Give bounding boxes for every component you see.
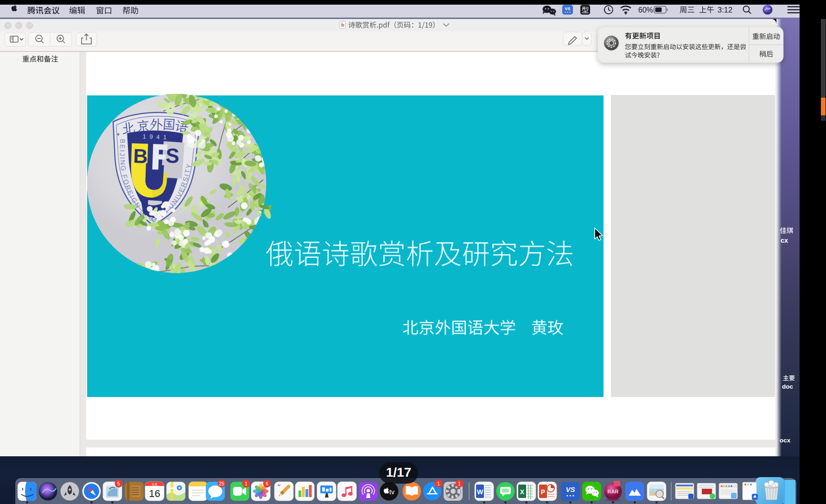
svg-text:ocx: ocx	[780, 437, 791, 444]
svg-text:doc: doc	[782, 383, 793, 390]
svg-text:5: 5	[117, 481, 120, 486]
svg-text:3:12: 3:12	[718, 6, 732, 14]
svg-text:1: 1	[437, 481, 440, 486]
svg-text:1/17: 1/17	[386, 465, 412, 479]
svg-text:cx: cx	[781, 237, 788, 244]
svg-text:P: P	[541, 488, 545, 496]
svg-text:VS: VS	[565, 485, 575, 493]
svg-text:X: X	[520, 488, 525, 496]
svg-text:1: 1	[245, 481, 248, 486]
svg-text:VS: VS	[565, 6, 570, 11]
svg-text:1941: 1941	[143, 133, 170, 141]
svg-text:11月: 11月	[152, 483, 158, 486]
svg-text:1: 1	[458, 481, 461, 486]
svg-text:RAR: RAR	[608, 489, 619, 494]
svg-text:16: 16	[149, 488, 160, 499]
svg-text:S: S	[165, 144, 180, 167]
svg-text:W: W	[477, 488, 483, 496]
svg-text:tv: tv	[389, 488, 394, 496]
svg-text:60%: 60%	[638, 6, 653, 14]
svg-text:25: 25	[219, 481, 224, 486]
svg-text:B: B	[133, 145, 148, 167]
svg-text:6: 6	[266, 481, 268, 486]
svg-text:“: “	[278, 483, 281, 490]
